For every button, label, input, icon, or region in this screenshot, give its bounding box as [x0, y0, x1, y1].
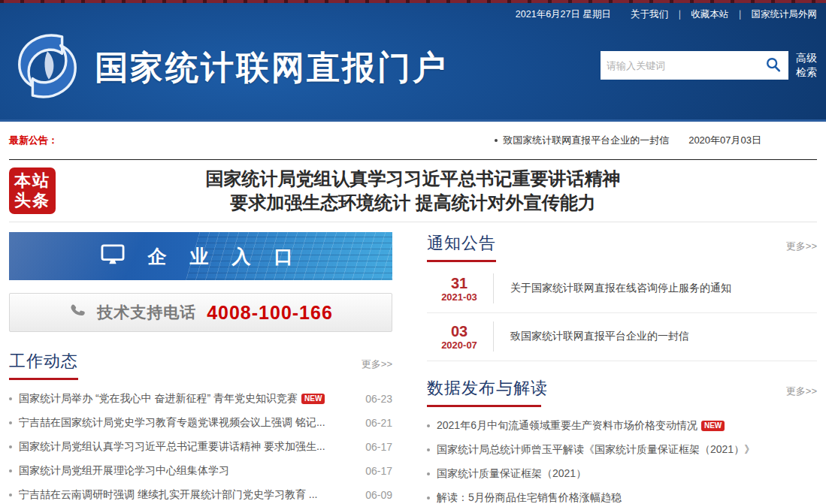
bullet-icon — [427, 424, 430, 427]
announcement-text: 致国家统计联网直报平台企业的一封信 — [503, 134, 669, 147]
notice-date: 31 2021-03 — [427, 275, 492, 303]
support-phone-banner: 技术支持电话 4008-100-166 — [9, 293, 392, 332]
page: 2021年6月27日 星期日 关于我们 ｜ 收藏本站 ｜ 国家统计局外网 国家统… — [0, 0, 826, 504]
news-text: 宁吉喆在云南调研时强调 继续扎实开展统计部门党史学习教育 ... — [19, 488, 317, 502]
right-column: 通知公告 更多>> 31 2021-03 关于国家统计联网直报在线咨询停止服务的… — [427, 232, 817, 504]
bullet-icon — [427, 472, 430, 475]
site-header: 2021年6月27日 星期日 关于我们 ｜ 收藏本站 ｜ 国家统计局外网 国家统… — [0, 3, 826, 122]
news-date: 06-23 — [358, 393, 392, 405]
list-item[interactable]: 2021年6月中旬流通领域重要生产资料市场价格变动情况 NEW — [427, 414, 817, 438]
list-item[interactable]: 宁吉喆在云南调研时强调 继续扎实开展统计部门党史学习教育 ... 06-09 — [9, 483, 392, 504]
section-header: 数据发布与解读 更多>> — [427, 377, 817, 400]
topbar-link-external[interactable]: 国家统计局外网 — [752, 8, 818, 21]
news-date: 06-17 — [358, 441, 392, 453]
data-news-list: 2021年6月中旬流通领域重要生产资料市场价格变动情况 NEW 国家统计局总统计… — [427, 414, 817, 504]
header-main: 国家统计联网直报门户 高级 检索 — [0, 26, 826, 110]
topbar-separator: ｜ — [735, 8, 744, 21]
news-text: 国家统计局总统计师曾玉平解读《国家统计质量保证框架（2021）》 — [437, 443, 755, 457]
bullet-icon — [495, 139, 498, 142]
search-button[interactable] — [758, 51, 788, 80]
headline-line1: 国家统计局党组认真学习习近平总书记重要讲话精神 — [56, 167, 770, 191]
enterprise-entry-banner[interactable]: 企 业 入 口 — [9, 232, 392, 280]
news-text: 宁吉喆在国家统计局党史学习教育专题党课视频会议上强调 铭记... — [19, 416, 325, 430]
bullet-icon — [9, 469, 12, 472]
search-icon — [765, 56, 782, 75]
work-news-list: 国家统计局举办 “党在我心中 奋进新征程” 青年党史知识竞赛 NEW 06-23… — [9, 387, 392, 504]
topbar-link-favorite[interactable]: 收藏本站 — [691, 8, 728, 21]
left-column: 企 业 入 口 技术支持电话 4008-100-166 工作动态 — [9, 232, 392, 504]
support-phone-label: 技术支持电话 — [97, 302, 196, 323]
data-news-section: 数据发布与解读 更多>> 2021年6月中旬流通领域重要生产资料市场价格变动情况… — [427, 377, 817, 504]
news-text: 国家统计局党组认真学习习近平总书记重要讲话精神 要求加强生... — [19, 440, 325, 454]
site-title: 国家统计联网直报门户 — [95, 46, 448, 90]
news-text: 国家统计局党组开展理论学习中心组集体学习 — [19, 464, 229, 478]
news-date: 06-21 — [358, 417, 392, 429]
notice-text: 关于国家统计联网直报在线咨询停止服务的通知 — [493, 273, 817, 303]
advanced-search-link[interactable]: 高级 检索 — [796, 51, 817, 80]
announcement-link[interactable]: 致国家统计联网直报平台企业的一封信 — [495, 134, 669, 147]
news-date: 06-17 — [358, 465, 392, 477]
work-news-title: 工作动态 — [9, 350, 78, 373]
badge-line1: 本站 — [14, 171, 50, 191]
section-underline — [427, 260, 496, 262]
announcement-date: 2020年07月03日 — [688, 134, 761, 147]
new-badge: NEW — [301, 394, 325, 404]
section-underline — [9, 378, 78, 380]
search-box — [601, 51, 788, 80]
bullet-icon — [9, 397, 12, 400]
section-header: 工作动态 更多>> — [9, 350, 392, 373]
section-underline — [427, 405, 541, 407]
site-logo-icon — [11, 29, 84, 103]
data-news-more-link[interactable]: 更多>> — [786, 385, 817, 400]
bullet-icon — [427, 496, 430, 499]
search-input[interactable] — [601, 51, 758, 80]
news-text: 2021年6月中旬流通领域重要生产资料市场价格变动情况 — [437, 419, 697, 433]
list-item[interactable]: 宁吉喆在国家统计局党史学习教育专题党课视频会议上强调 铭记... 06-21 — [9, 411, 392, 435]
notices-section: 通知公告 更多>> 31 2021-03 关于国家统计联网直报在线咨询停止服务的… — [427, 232, 817, 361]
list-item[interactable]: 国家统计质量保证框架（2021） — [427, 462, 817, 486]
main-columns: 企 业 入 口 技术支持电话 4008-100-166 工作动态 — [9, 222, 817, 504]
announcement-label: 最新公告： — [9, 134, 58, 147]
bullet-icon — [9, 421, 12, 424]
topbar: 2021年6月27日 星期日 关于我们 ｜ 收藏本站 ｜ 国家统计局外网 — [0, 3, 826, 26]
new-badge: NEW — [701, 421, 725, 431]
notice-year-month: 2020-07 — [427, 340, 492, 351]
notice-date: 03 2020-07 — [427, 323, 492, 351]
news-date: 06-09 — [358, 489, 392, 501]
list-item[interactable]: 国家统计局举办 “党在我心中 奋进新征程” 青年党史知识竞赛 NEW 06-23 — [9, 387, 392, 411]
support-phone-number: 4008-100-166 — [207, 302, 333, 324]
monitor-icon — [100, 243, 126, 269]
badge-line2: 头条 — [14, 191, 50, 210]
news-text: 国家统计局举办 “党在我心中 奋进新征程” 青年党史知识竞赛 — [19, 392, 298, 406]
bullet-icon — [427, 448, 430, 451]
entry-banner-inner: 企 业 入 口 — [9, 232, 392, 280]
work-news-section: 工作动态 更多>> 国家统计局举办 “党在我心中 奋进新征程” 青年党史知识竞赛… — [9, 350, 392, 504]
notice-item[interactable]: 31 2021-03 关于国家统计联网直报在线咨询停止服务的通知 — [427, 265, 817, 313]
headline-link[interactable]: 国家统计局党组认真学习习近平总书记重要讲话精神 要求加强生态环境统计 提高统计对… — [56, 167, 817, 214]
notice-item[interactable]: 03 2020-07 致国家统计联网直报平台企业的一封信 — [427, 313, 817, 361]
notices-more-link[interactable]: 更多>> — [786, 240, 817, 255]
latest-announcement-bar: 最新公告： 致国家统计联网直报平台企业的一封信 2020年07月03日 — [9, 122, 817, 159]
search-area: 高级 检索 — [601, 51, 817, 80]
content: 最新公告： 致国家统计联网直报平台企业的一封信 2020年07月03日 本站 头… — [0, 122, 826, 504]
topbar-link-about[interactable]: 关于我们 — [631, 8, 668, 21]
topbar-separator: ｜ — [675, 8, 684, 21]
list-item[interactable]: 国家统计局党组开展理论学习中心组集体学习 06-17 — [9, 459, 392, 483]
topbar-date: 2021年6月27日 星期日 — [516, 8, 611, 21]
bullet-icon — [9, 445, 12, 448]
data-news-title: 数据发布与解读 — [427, 377, 548, 400]
notice-list: 31 2021-03 关于国家统计联网直报在线咨询停止服务的通知 03 2020… — [427, 265, 817, 361]
work-news-more-link[interactable]: 更多>> — [362, 358, 392, 373]
news-text: 国家统计质量保证框架（2021） — [437, 467, 586, 481]
list-item[interactable]: 国家统计局党组认真学习习近平总书记重要讲话精神 要求加强生... 06-17 — [9, 435, 392, 459]
list-item[interactable]: 解读：5月份商品住宅销售价格涨幅趋稳 — [427, 486, 817, 504]
bullet-icon — [9, 493, 12, 496]
section-header: 通知公告 更多>> — [427, 232, 817, 255]
list-item[interactable]: 国家统计局总统计师曾玉平解读《国家统计质量保证框架（2021）》 — [427, 438, 817, 462]
notice-year-month: 2021-03 — [427, 291, 492, 303]
notices-title: 通知公告 — [427, 232, 496, 255]
advanced-search-line2: 检索 — [796, 65, 817, 80]
notice-text: 致国家统计联网直报平台企业的一封信 — [493, 321, 817, 352]
entry-banner-label: 企 业 入 口 — [139, 244, 302, 269]
site-headline-badge: 本站 头条 — [9, 167, 56, 214]
